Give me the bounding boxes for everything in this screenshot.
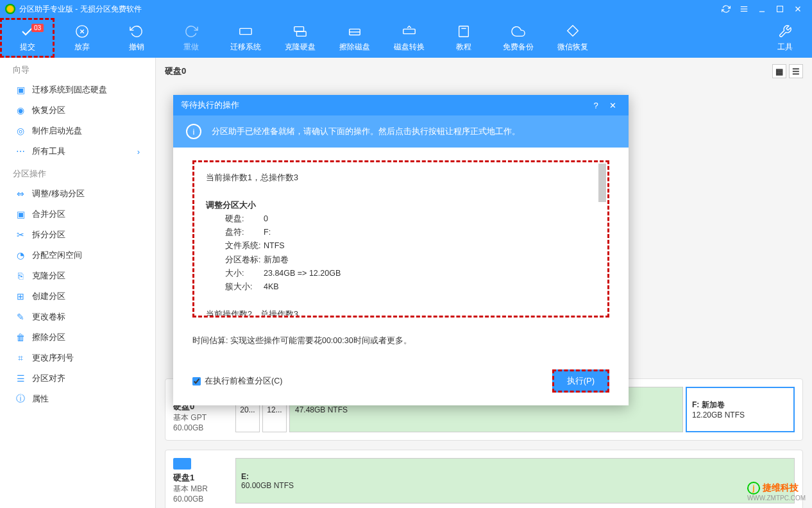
drive-icon: [238, 24, 253, 39]
sidebar-item-create[interactable]: ⊞创建分区: [0, 286, 155, 307]
help-icon[interactable]: ?: [588, 97, 604, 114]
scrollbar[interactable]: [598, 164, 606, 202]
disk-icon: [173, 458, 191, 470]
app-logo-icon: [5, 4, 15, 14]
svg-rect-13: [296, 31, 306, 36]
sidebar-item-serial[interactable]: ⌗更改序列号: [0, 348, 155, 368]
sidebar-item-merge[interactable]: ▣合并分区: [0, 204, 155, 224]
watermark: j捷维科技 WWW.ZMTPC.COM: [747, 482, 806, 502]
dots-icon: ⋯: [15, 146, 26, 157]
align-icon: ☰: [15, 373, 26, 384]
undo-icon: [129, 24, 144, 39]
disk0-heading: 硬盘0: [165, 65, 186, 77]
migrate-button[interactable]: 迁移系统: [218, 18, 273, 58]
drives-icon: [292, 24, 308, 39]
drive-icon: ▣: [15, 85, 26, 95]
grid-view-button[interactable]: ▦: [772, 64, 786, 78]
trash-icon: 🗑: [15, 332, 26, 343]
sidebar-item-migrate-ssd[interactable]: ▣迁移系统到固态硬盘: [0, 80, 155, 100]
create-icon: ⊞: [15, 291, 26, 301]
chevron-right-icon: ›: [137, 147, 140, 157]
serial-icon: ⌗: [15, 353, 26, 363]
sidebar-item-clone-part[interactable]: ⎘克隆分区: [0, 266, 155, 286]
disk1-card: 硬盘1 基本 MBR 60.00GB E: 60.00GB NTFS: [165, 450, 803, 508]
backup-button[interactable]: 免费备份: [491, 18, 545, 58]
svg-rect-12: [294, 26, 303, 31]
wechat-icon: [565, 24, 580, 39]
svg-rect-17: [459, 26, 468, 37]
sidebar-item-allocate[interactable]: ◔分配空闲空间: [0, 245, 155, 266]
eraser-icon: [347, 24, 362, 39]
discard-button[interactable]: 放弃: [55, 18, 109, 58]
resize-icon: ⇔: [15, 189, 26, 199]
sidebar-item-resize[interactable]: ⇔调整/移动分区: [0, 183, 155, 204]
pending-ops-dialog: 等待执行的操作 ? ✕ i 分区助手已经准备就绪，请确认下面的操作。然后点击执行…: [173, 95, 629, 405]
close-icon[interactable]: ✕: [604, 97, 621, 114]
dialog-info: i 分区助手已经准备就绪，请确认下面的操作。然后点击执行按钮让程序正式地工作。: [173, 115, 629, 148]
maximize-icon[interactable]: [771, 0, 789, 18]
recover-icon: ◉: [15, 105, 26, 115]
commit-badge: 03: [31, 24, 44, 32]
svg-rect-4: [777, 6, 783, 12]
sidebar-item-align[interactable]: ☰分区对齐: [0, 368, 155, 389]
menu-icon[interactable]: [735, 0, 753, 18]
convert-button[interactable]: 磁盘转换: [382, 18, 436, 58]
window-title: 分区助手专业版 - 无损分区免费软件: [19, 4, 717, 15]
titlebar: 分区助手专业版 - 无损分区免费软件: [0, 0, 812, 18]
disc-icon: ◎: [15, 126, 26, 136]
label-icon: ✎: [15, 312, 26, 322]
sidebar-item-props[interactable]: ⓘ属性: [0, 389, 155, 409]
close-icon[interactable]: [789, 0, 807, 18]
svg-rect-10: [239, 28, 251, 34]
commit-button[interactable]: 03 提交: [0, 18, 55, 58]
svg-rect-16: [403, 29, 414, 33]
clone-button[interactable]: 克隆硬盘: [273, 18, 327, 58]
convert-icon: [402, 24, 417, 39]
minimize-icon[interactable]: [753, 0, 771, 18]
redo-icon: [183, 24, 199, 39]
sidebar-item-label[interactable]: ✎更改卷标: [0, 307, 155, 327]
book-icon: [456, 24, 471, 39]
sidebar-item-recover[interactable]: ◉恢复分区: [0, 100, 155, 121]
list-view-button[interactable]: ☰: [789, 64, 803, 78]
ops-header: 分区操作: [0, 162, 155, 183]
wechat-button[interactable]: 微信恢复: [545, 18, 600, 58]
sidebar: 向导 ▣迁移系统到固态硬盘 ◉恢复分区 ◎制作启动光盘 ⋯所有工具› 分区操作 …: [0, 58, 156, 508]
partition-selected[interactable]: F: 新加卷 12.20GB NTFS: [686, 387, 795, 432]
refresh-icon[interactable]: [717, 0, 735, 18]
cloud-icon: [511, 24, 526, 39]
info-icon: i: [186, 124, 201, 139]
tools-button[interactable]: 工具: [757, 18, 812, 58]
sidebar-item-wipe-part[interactable]: 🗑擦除分区: [0, 327, 155, 348]
operations-list: 当前操作数1，总操作数3 调整分区大小 硬盘:0 盘符:F: 文件系统:NTFS…: [192, 160, 609, 318]
toolbar: 03 提交 放弃 撤销 重做 迁移系统 克隆硬盘 擦除磁盘 磁盘转换 教程 免费…: [0, 18, 812, 58]
tutorial-button[interactable]: 教程: [436, 18, 491, 58]
sidebar-item-split[interactable]: ✂拆分分区: [0, 224, 155, 245]
wipe-button[interactable]: 擦除磁盘: [327, 18, 382, 58]
allocate-icon: ◔: [15, 250, 26, 260]
sidebar-item-bootdisk[interactable]: ◎制作启动光盘: [0, 121, 155, 141]
wrench-icon: [777, 24, 793, 39]
dialog-titlebar[interactable]: 等待执行的操作 ? ✕: [173, 95, 629, 115]
merge-icon: ▣: [15, 209, 26, 219]
redo-button[interactable]: 重做: [164, 18, 218, 58]
wizard-header: 向导: [0, 58, 155, 80]
sidebar-item-alltools[interactable]: ⋯所有工具›: [0, 141, 155, 162]
check-before-exec-checkbox[interactable]: 在执行前检查分区(C): [192, 376, 282, 387]
undo-button[interactable]: 撤销: [109, 18, 164, 58]
execute-button[interactable]: 执行(P): [552, 369, 609, 393]
watermark-logo-icon: j: [747, 482, 760, 495]
partition[interactable]: E: 60.00GB NTFS: [235, 458, 795, 504]
info-icon: ⓘ: [15, 394, 26, 404]
x-circle-icon: [74, 24, 90, 39]
split-icon: ✂: [15, 230, 26, 240]
copy-icon: ⎘: [15, 271, 26, 281]
time-estimate: 时间估算: 实现这些操作可能需要花00:00:30时间或者更多。: [192, 335, 609, 346]
